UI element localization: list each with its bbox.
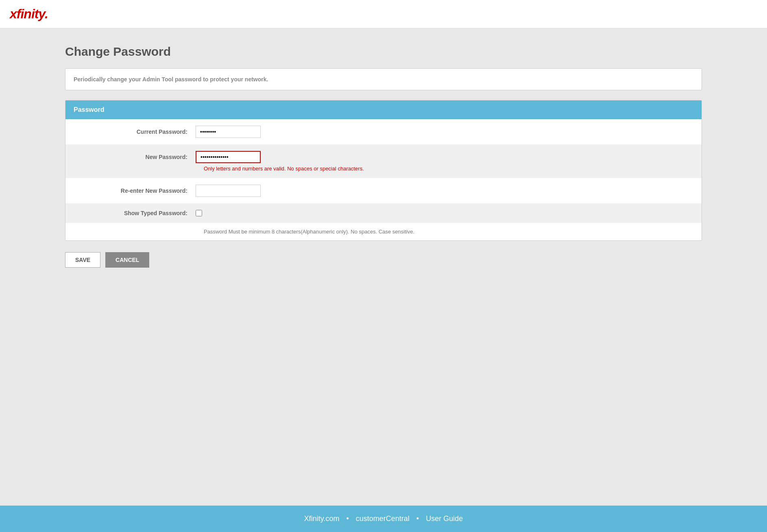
reenter-password-row: Re-enter New Password: bbox=[65, 178, 702, 203]
footer-link-2[interactable]: customerCentral bbox=[356, 515, 410, 523]
show-typed-checkbox-wrapper[interactable] bbox=[196, 210, 202, 216]
card-header: Password bbox=[65, 100, 702, 119]
footer-link-3[interactable]: User Guide bbox=[426, 515, 463, 523]
password-card: Password Current Password: New Password:… bbox=[65, 100, 702, 241]
new-password-label: New Password: bbox=[74, 154, 196, 160]
show-typed-checkbox[interactable] bbox=[196, 210, 202, 216]
show-typed-label: Show Typed Password: bbox=[74, 210, 196, 216]
new-password-input[interactable] bbox=[196, 151, 261, 163]
current-password-row: Current Password: bbox=[65, 119, 702, 144]
footer-link-1[interactable]: Xfinity.com bbox=[304, 515, 340, 523]
xfinity-logo: xfinity. bbox=[10, 7, 757, 22]
logo-text: xfinity. bbox=[10, 7, 48, 21]
info-message: Periodically change your Admin Tool pass… bbox=[74, 76, 693, 83]
site-footer: Xfinity.com • customerCentral • User Gui… bbox=[0, 506, 767, 532]
error-message: Only letters and numbers are valid. No s… bbox=[74, 166, 364, 172]
page-title: Change Password bbox=[65, 45, 702, 59]
info-box: Periodically change your Admin Tool pass… bbox=[65, 68, 702, 90]
hint-text: Password Must be minimum 8 characters(Al… bbox=[74, 229, 414, 235]
reenter-password-input[interactable] bbox=[196, 185, 261, 197]
new-password-field-line: New Password: bbox=[74, 151, 693, 163]
site-header: xfinity. bbox=[0, 0, 767, 28]
save-button[interactable]: SAVE bbox=[65, 252, 100, 268]
show-typed-row: Show Typed Password: bbox=[65, 203, 702, 223]
current-password-label: Current Password: bbox=[74, 129, 196, 135]
main-content: Change Password Periodically change your… bbox=[0, 28, 767, 506]
reenter-password-label: Re-enter New Password: bbox=[74, 188, 196, 194]
cancel-button[interactable]: CANCEL bbox=[105, 252, 149, 268]
current-password-input[interactable] bbox=[196, 126, 261, 138]
button-row: SAVE CANCEL bbox=[65, 252, 702, 268]
footer-separator-2: • bbox=[416, 515, 419, 523]
footer-separator-1: • bbox=[346, 515, 349, 523]
new-password-row: New Password: Only letters and numbers a… bbox=[65, 144, 702, 178]
card-header-title: Password bbox=[74, 106, 105, 113]
hint-row: Password Must be minimum 8 characters(Al… bbox=[65, 223, 702, 240]
footer-content: Xfinity.com • customerCentral • User Gui… bbox=[304, 515, 463, 523]
